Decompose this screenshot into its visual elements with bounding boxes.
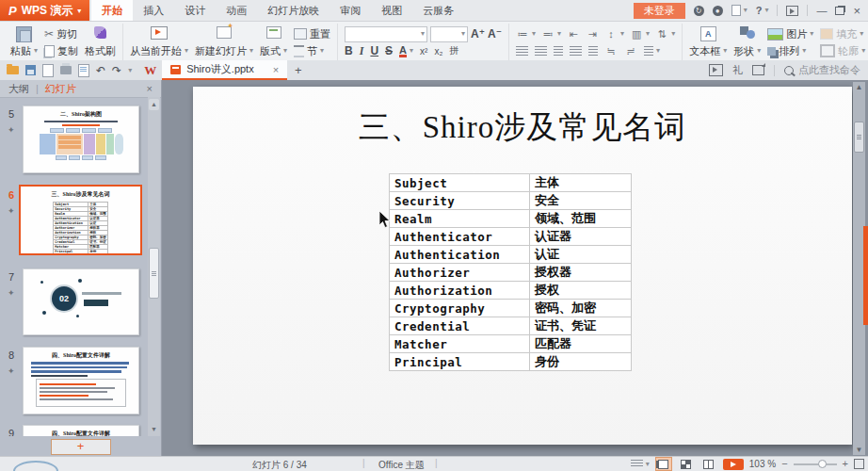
translation-cell[interactable]: 密码、加密 <box>530 300 632 317</box>
current-slide[interactable]: 三、Shiro涉及常见名词 Subject主体Security安全Realm领域… <box>193 87 852 445</box>
term-cell[interactable]: Authentication <box>390 246 530 264</box>
play-slideshow-button[interactable] <box>723 459 744 470</box>
zoom-slider[interactable] <box>794 463 837 465</box>
print-preview-icon[interactable] <box>78 64 89 77</box>
tab-view[interactable]: 视图 <box>371 0 412 21</box>
command-search[interactable]: 点此查找命令 <box>784 63 860 77</box>
term-cell[interactable]: Matcher <box>390 335 530 353</box>
term-cell[interactable]: Principal <box>390 353 530 371</box>
notes-button[interactable]: ▾ <box>631 457 650 471</box>
open-file-icon[interactable] <box>7 66 19 74</box>
help-button[interactable]: ?▾ <box>756 3 769 18</box>
indent-paragraph-icon[interactable]: ≒ <box>604 45 618 57</box>
text-direction-button[interactable]: ⇅▾ <box>655 26 675 41</box>
presentation-document-tab[interactable]: Shiro讲义.pptx × <box>162 60 287 80</box>
phonetic-button[interactable]: 拼 <box>449 44 458 57</box>
bold-button[interactable]: B <box>345 44 353 57</box>
tab-slides[interactable]: 幻灯片 <box>45 82 76 96</box>
tab-insert[interactable]: 插入 <box>133 0 174 21</box>
slide-title[interactable]: 三、Shiro涉及常见名词 <box>193 106 852 149</box>
arrange-button[interactable]: 排列▾ <box>767 43 806 58</box>
paragraph-more-button[interactable]: ▾ <box>644 43 660 58</box>
superscript-button[interactable]: x² <box>420 46 427 57</box>
font-name-select[interactable]: ▾ <box>345 26 427 42</box>
reading-view-button[interactable] <box>700 457 717 471</box>
cut-button[interactable]: ✂剪切 <box>44 26 77 41</box>
wps-logo[interactable]: P WPS 演示 ▾ <box>0 0 89 21</box>
shapes-button[interactable]: 形状▾ <box>733 26 761 58</box>
translation-cell[interactable]: 授权 <box>530 282 632 300</box>
skin-button[interactable]: ▾ <box>731 3 747 18</box>
columns-button[interactable]: ▥▾ <box>630 26 650 41</box>
section-button[interactable]: 节▾ <box>294 43 324 58</box>
outdent-paragraph-icon[interactable]: ≓ <box>624 45 637 57</box>
copy-button[interactable]: 复制 <box>44 43 78 58</box>
collapse-ribbon-button[interactable] <box>786 3 798 18</box>
underline-button[interactable]: U <box>370 44 378 57</box>
picture-button[interactable]: 图片▾ <box>767 26 813 41</box>
restore-button[interactable] <box>835 7 844 15</box>
scroll-up-icon[interactable]: ▲ <box>853 83 865 91</box>
align-right-icon[interactable] <box>554 46 563 56</box>
align-left-icon[interactable] <box>516 46 528 56</box>
increase-font-button[interactable]: A⁺ <box>471 27 485 41</box>
scroll-up-icon[interactable]: ▲ <box>149 99 159 110</box>
term-cell[interactable]: Authenticator <box>390 228 530 246</box>
translation-cell[interactable]: 匹配器 <box>530 335 632 353</box>
term-cell[interactable]: Cryptography <box>390 300 530 317</box>
reset-button[interactable]: 重置 <box>294 26 330 41</box>
sync-icon[interactable]: ↻ <box>694 6 704 16</box>
translation-cell[interactable]: 授权器 <box>530 264 632 282</box>
term-table[interactable]: Subject主体Security安全Realm领域、范围Authenticat… <box>389 173 632 371</box>
slide-thumbnail-7[interactable]: 02 <box>23 268 139 335</box>
save-icon[interactable] <box>25 65 36 75</box>
term-cell[interactable]: Subject <box>390 174 530 192</box>
tab-animation[interactable]: 动画 <box>216 0 257 21</box>
slide-thumbnail-6-selected[interactable]: 三、Shiro涉及常见名词 Subject主体Security安全Realm领域… <box>19 185 142 255</box>
slide-sorter-button[interactable] <box>678 457 695 471</box>
print-icon[interactable] <box>60 66 72 74</box>
translation-cell[interactable]: 认证 <box>530 246 632 264</box>
tab-outline[interactable]: 大纲 <box>8 82 29 96</box>
close-panel-icon[interactable]: × <box>147 83 153 94</box>
increase-indent-icon[interactable]: ⇥ <box>586 28 599 40</box>
fit-to-window-icon[interactable] <box>854 459 864 469</box>
slide-thumbnail-9[interactable]: 四、Shiro配置文件详解 <box>23 425 139 436</box>
output-icon[interactable] <box>42 64 54 77</box>
line-spacing-button[interactable]: ↕▾ <box>604 26 624 41</box>
new-tab-button[interactable]: + <box>295 63 302 77</box>
redo-icon[interactable]: ↷ <box>112 65 121 76</box>
fill-button[interactable]: 填充▾ <box>820 26 863 41</box>
theme-name[interactable]: Office 主题 <box>378 459 425 471</box>
tab-home[interactable]: 开始 <box>91 0 133 21</box>
canvas-scrollbar-thumb[interactable] <box>854 122 864 153</box>
minimize-button[interactable]: — <box>816 6 827 16</box>
slideshow-icon[interactable] <box>709 64 723 76</box>
italic-button[interactable]: I <box>360 44 364 58</box>
term-cell[interactable]: Authorizer <box>390 264 530 282</box>
distribute-icon[interactable] <box>588 46 598 56</box>
bullet-list-button[interactable]: ≔▾ <box>516 26 536 41</box>
justify-icon[interactable] <box>570 46 582 56</box>
translation-cell[interactable]: 安全 <box>530 192 632 210</box>
scroll-down-icon[interactable]: ▼ <box>149 426 159 432</box>
subscript-button[interactable]: x₂ <box>434 46 442 57</box>
play-from-current-button[interactable]: 从当前开始▾ <box>130 26 188 58</box>
share-icon[interactable] <box>752 65 764 75</box>
translation-cell[interactable]: 身份 <box>530 353 632 371</box>
add-slide-button[interactable]: + <box>51 439 111 455</box>
term-cell[interactable]: Security <box>390 192 530 210</box>
activity-icon[interactable]: 礼 <box>732 63 743 77</box>
normal-view-button[interactable] <box>655 457 672 471</box>
term-cell[interactable]: Realm <box>390 210 530 228</box>
tab-slideshow[interactable]: 幻灯片放映 <box>257 0 330 21</box>
undo-icon[interactable]: ↶ <box>96 65 105 76</box>
login-button[interactable]: 未登录 <box>634 3 685 19</box>
tab-design[interactable]: 设计 <box>174 0 216 21</box>
zoom-out-button[interactable]: − <box>781 459 787 469</box>
slide-thumbnail-5[interactable]: 二、Shiro架构图 <box>23 106 139 173</box>
close-button[interactable]: × <box>853 6 860 16</box>
numbered-list-button[interactable]: ≕▾ <box>541 26 561 41</box>
decrease-indent-icon[interactable]: ⇤ <box>567 28 580 40</box>
translation-cell[interactable]: 主体 <box>530 174 632 192</box>
